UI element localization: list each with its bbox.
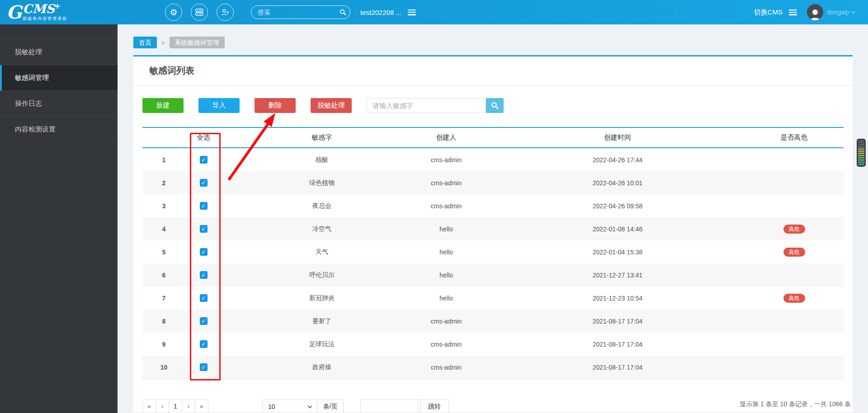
search-icon[interactable] — [340, 8, 346, 16]
desensitize-button[interactable]: 脱敏处理 — [311, 98, 352, 113]
row-creator: cms-admin — [422, 179, 470, 187]
breadcrumb-home[interactable]: 首页 — [133, 37, 157, 48]
table-row: 9 ✓ 足球玩法 cms-admin 2021-08-17 17:04 高危 — [142, 333, 844, 356]
row-word: 夜总会 — [222, 202, 422, 210]
logo-subtitle: 新媒体内容管理系统 — [23, 16, 67, 22]
per-page-label: 条/页 — [317, 399, 344, 413]
table-row: 6 ✓ 呼伦贝尔 hello 2021-12-27 13:41 高危 — [142, 263, 844, 286]
table-row: 1 ✓ 核酸 cms-admin 2022-04-26 17:44 高危 — [142, 148, 844, 171]
scroll-indicator-stripes — [858, 141, 864, 165]
row-word: 核酸 — [222, 156, 422, 164]
row-checkbox[interactable]: ✓ — [200, 202, 208, 210]
cms-menu-icon[interactable] — [789, 9, 797, 15]
risk-badge: 高危 — [783, 294, 805, 303]
row-index: 8 — [142, 318, 185, 325]
row-checkbox[interactable]: ✓ — [200, 271, 208, 279]
row-created: 2021-12-23 10:54 — [470, 295, 765, 302]
row-creator: cms-admin — [422, 202, 470, 210]
global-search-input[interactable] — [258, 9, 340, 16]
row-checkbox[interactable]: ✓ — [200, 156, 208, 164]
global-search — [251, 5, 350, 19]
delete-button[interactable]: 删除 — [255, 98, 296, 113]
word-search-button[interactable] — [486, 98, 504, 113]
modules-server-icon[interactable] — [191, 4, 208, 21]
user-management-icon[interactable] — [217, 4, 234, 21]
logo-text: CMS — [23, 3, 55, 15]
chevron-down-icon — [307, 405, 312, 408]
row-checkbox[interactable]: ✓ — [200, 248, 208, 256]
row-checkbox[interactable]: ✓ — [200, 225, 208, 233]
sidebar-top-spacer — [0, 24, 118, 39]
current-site-name[interactable]: test202208 ... — [360, 9, 401, 16]
avatar[interactable] — [807, 4, 823, 20]
row-index: 5 — [142, 249, 185, 256]
table-bottom-border — [142, 379, 844, 379]
page-number-button[interactable]: 1 — [169, 399, 182, 413]
row-created: 2021-08-17 17:04 — [470, 318, 765, 325]
table-row: 4 ✓ 冷空气 hello 2022-01-08 14:46 高危 — [142, 217, 844, 240]
settings-gear-icon[interactable]: ⚙ — [165, 4, 182, 21]
scroll-indicator-widget[interactable] — [857, 139, 866, 167]
row-creator: cms-admin — [422, 364, 470, 371]
word-search-input[interactable] — [367, 98, 486, 113]
row-checkbox[interactable]: ✓ — [200, 363, 208, 371]
row-created: 2022-01-04 15:38 — [470, 249, 765, 256]
risk-badge: 高危 — [783, 248, 805, 257]
page-size-select[interactable]: 10 — [262, 399, 317, 413]
pagination: « ‹ 1 › » 10 条/页 跳转 显示第 1 条至 10 条记录，一共 1… — [133, 399, 853, 413]
row-checkbox[interactable]: ✓ — [200, 340, 208, 348]
person-icon — [808, 8, 822, 20]
sidebar-item-operation-log[interactable]: 操作日志 — [0, 91, 118, 117]
sensitive-words-table: 全选 敏感字 创建人 创建时间 是否高危 1 ✓ 核酸 cms-admin 20… — [142, 127, 844, 379]
row-checkbox[interactable]: ✓ — [200, 294, 208, 302]
row-word: 天气 — [222, 248, 422, 256]
logo: G CMS + 新媒体内容管理系统 — [0, 3, 118, 22]
username-dropdown[interactable]: dongwp — [827, 9, 855, 16]
row-creator: cms-admin — [422, 341, 470, 348]
sensitive-words-panel: 敏感词列表 新建 导入 删除 脱敏处理 全选 敏感字 — [133, 55, 853, 413]
table-row: 3 ✓ 夜总会 cms-admin 2022-04-26 09:58 高危 — [142, 194, 844, 217]
site-menu-icon[interactable] — [408, 9, 416, 15]
page-first-button[interactable]: « — [142, 399, 156, 413]
select-all-link[interactable]: 全选 — [185, 133, 222, 142]
row-index: 4 — [142, 225, 185, 233]
row-creator: hello — [422, 272, 470, 279]
jump-button[interactable]: 跳转 — [420, 399, 449, 413]
row-created: 2022-01-08 14:46 — [470, 225, 765, 233]
risk-badge: 高危 — [783, 225, 805, 234]
row-checkbox[interactable]: ✓ — [200, 317, 208, 325]
row-word: 足球玩法 — [222, 340, 422, 348]
row-created: 2021-08-17 17:04 — [470, 364, 765, 371]
row-index: 10 — [142, 364, 185, 371]
user-card-icon — [221, 8, 230, 17]
page-next-button[interactable]: › — [182, 399, 195, 413]
breadcrumb: 首页 > 系统敏感词管理 — [133, 37, 868, 48]
page-size-group: 10 条/页 — [262, 399, 344, 413]
jump-page-input[interactable] — [360, 399, 418, 413]
table-row: 8 ✓ 要射了 cms-admin 2021-08-17 17:04 高危 — [142, 310, 844, 333]
header-risk: 是否高危 — [765, 133, 844, 142]
row-created: 2022-04-26 17:44 — [470, 156, 765, 164]
new-button[interactable]: 新建 — [142, 98, 184, 113]
table-row: 2 ✓ 绿色植物 cms-admin 2022-04-26 10:01 高危 — [142, 171, 844, 194]
top-header: G CMS + 新媒体内容管理系统 ⚙ — [0, 0, 868, 24]
header-word: 敏感字 — [222, 133, 422, 142]
switch-cms-button[interactable]: 切换CMS — [754, 8, 783, 17]
logo-plus: + — [55, 3, 60, 10]
sidebar-item-desensitize[interactable]: 脱敏处理 — [0, 39, 118, 65]
records-summary: 显示第 1 条至 10 条记录，一共 1066 条 — [740, 400, 851, 408]
page-size-value: 10 — [268, 403, 275, 410]
toolbar: 新建 导入 删除 脱敏处理 — [133, 86, 853, 113]
sidebar-item-sensitive-words[interactable]: 敏感词管理 — [0, 65, 118, 91]
sidebar: 脱敏处理 敏感词管理 操作日志 内容检测设置 — [0, 24, 118, 413]
row-checkbox[interactable]: ✓ — [200, 179, 208, 187]
table-row: 5 ✓ 天气 hello 2022-01-04 15:38 高危 — [142, 240, 844, 263]
page-prev-button[interactable]: ‹ — [156, 399, 169, 413]
page-last-button[interactable]: » — [195, 399, 208, 413]
row-creator: hello — [422, 225, 470, 233]
import-button[interactable]: 导入 — [198, 98, 240, 113]
pager: « ‹ 1 › » — [142, 399, 208, 413]
sidebar-item-content-detection[interactable]: 内容检测设置 — [0, 117, 118, 142]
row-created: 2021-08-17 17:04 — [470, 341, 765, 348]
row-creator: cms-admin — [422, 156, 470, 164]
